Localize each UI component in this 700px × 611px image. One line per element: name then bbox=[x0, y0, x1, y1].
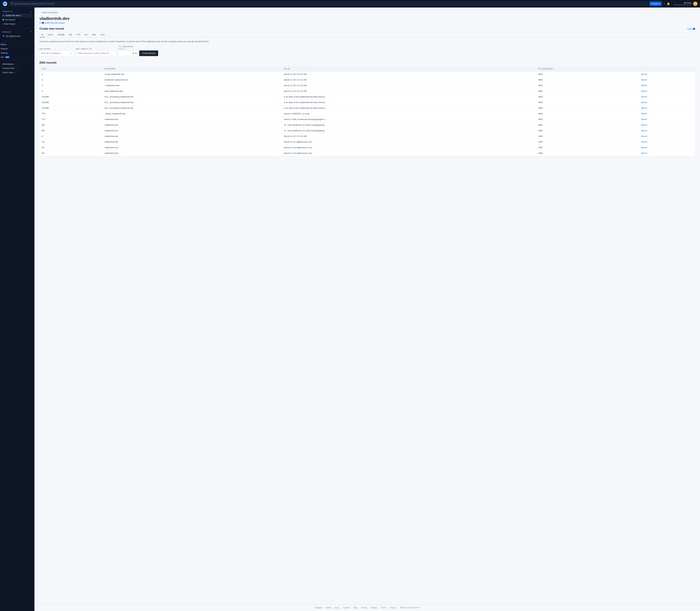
back-to-domains-link[interactable]: ← Back to Domains bbox=[40, 11, 695, 14]
ttl-select[interactable]: ▾ bbox=[131, 50, 137, 56]
more-button[interactable]: More ▾ bbox=[641, 101, 648, 104]
record-ttl: 1800 bbox=[536, 133, 639, 139]
tab-srv[interactable]: SRV bbox=[90, 32, 98, 38]
avatar[interactable]: VT bbox=[693, 2, 698, 6]
tab-txt[interactable]: TXT bbox=[74, 32, 83, 38]
more-button[interactable]: More ▾ bbox=[641, 113, 648, 115]
footer-link-terms[interactable]: Terms bbox=[381, 607, 386, 609]
sidebar-item-first-project[interactable]: first-project bbox=[2, 17, 32, 22]
create-record-button[interactable]: Create Record bbox=[139, 50, 158, 56]
search-placeholder: Search by resource name or public IP (Cm… bbox=[15, 3, 54, 5]
more-button[interactable]: More ▾ bbox=[641, 84, 648, 87]
create-button[interactable]: Create ▾ bbox=[650, 2, 661, 6]
new-project-button[interactable]: + New Project bbox=[2, 22, 32, 26]
record-hostname: fm1._domainkey.vladbortnik.dev bbox=[103, 105, 281, 111]
more-button[interactable]: More ▾ bbox=[641, 152, 648, 154]
record-hostname: *.vladbortnik.dev bbox=[103, 83, 281, 88]
tab-cname[interactable]: CNAME bbox=[55, 32, 67, 38]
sidebar-item-vladbortnik[interactable]: vladbortnik.dev-p... bbox=[2, 13, 32, 17]
sidebar-item-support[interactable]: Support bbox=[0, 46, 34, 51]
more-button[interactable]: More ▾ bbox=[641, 146, 648, 149]
footer-link-docs[interactable]: Docs bbox=[335, 607, 339, 609]
record-value: 20mail handled by in2-smtp.messagingenig… bbox=[281, 122, 536, 128]
record-value: is an alias of fm3.vladbortnik.dev.dkim.… bbox=[281, 94, 536, 100]
hostname-label: HOSTNAME bbox=[40, 48, 74, 50]
tab-a[interactable]: A bbox=[40, 32, 45, 38]
record-hostname: vladbortnik.dev bbox=[103, 145, 281, 150]
ttl-input[interactable]: 3600 bbox=[118, 50, 131, 56]
sidebar-item-settings[interactable]: Settings bbox=[0, 51, 34, 55]
col-hostname: Hostname bbox=[103, 66, 281, 72]
will-direct-input[interactable] bbox=[76, 50, 117, 56]
record-value: directs to 167.172.23.180 bbox=[281, 88, 536, 94]
footer-link-blog[interactable]: Blog bbox=[354, 607, 357, 609]
do-icon bbox=[2, 35, 5, 38]
more-button[interactable]: More ▾ bbox=[641, 73, 648, 75]
record-type: A bbox=[40, 88, 103, 94]
sidebar-projects-header[interactable]: PROJECTS ▴ bbox=[2, 10, 32, 13]
more-button[interactable]: More ▾ bbox=[641, 107, 648, 109]
ttl-input-group: 3600 ▾ bbox=[118, 50, 137, 56]
ttl-sub-label: Enter TTL bbox=[118, 48, 137, 50]
logo[interactable] bbox=[2, 1, 7, 6]
tab-ns[interactable]: NS bbox=[82, 32, 90, 38]
more-button[interactable]: More ▾ bbox=[641, 130, 648, 132]
footer-link-careers[interactable]: Careers bbox=[371, 607, 377, 609]
record-value: 10mail handled by in1-smtp.messagingengi… bbox=[281, 128, 536, 133]
svg-rect-3 bbox=[5, 5, 6, 6]
more-button[interactable]: More ▾ bbox=[641, 124, 648, 126]
footer-link-support[interactable]: Support bbox=[315, 607, 322, 609]
more-button[interactable]: More ▾ bbox=[641, 90, 648, 92]
record-actions: More ▾ bbox=[639, 128, 695, 133]
sidebar-item-product-docs[interactable]: Product Docs↗ bbox=[0, 66, 34, 70]
sidebar-item-api[interactable]: APINew bbox=[0, 55, 34, 59]
plus-icon: + bbox=[71, 52, 72, 54]
dns-records-table: Type Hostname Value TTL (seconds) A reci… bbox=[40, 66, 695, 156]
chevron-down-icon: ▾ bbox=[646, 118, 647, 120]
notification-icon[interactable]: 🔔 bbox=[667, 2, 670, 5]
col-value: Value bbox=[281, 66, 536, 72]
footer-link-pricing[interactable]: Pricing bbox=[361, 607, 367, 609]
record-ttl: 3600 bbox=[536, 122, 639, 128]
record-type: CNAME bbox=[40, 94, 103, 100]
record-hostname: vladbortnik.dev bbox=[103, 150, 281, 156]
more-button[interactable]: More ▾ bbox=[641, 141, 648, 143]
more-button[interactable]: More ▾ bbox=[641, 79, 648, 81]
search-bar[interactable]: Search by resource name or public IP (Cm… bbox=[10, 1, 648, 6]
tab-caa[interactable]: CAA bbox=[98, 32, 107, 38]
footer-link-refer-your-friends-for-$[interactable]: Refer your friends for $ bbox=[400, 607, 419, 609]
chevron-down-icon: ▾ bbox=[646, 101, 647, 104]
will-direct-field: WILL DIRECT TO bbox=[76, 48, 117, 56]
hostname-action-button[interactable]: + bbox=[69, 50, 74, 56]
more-button[interactable]: More ▾ bbox=[641, 118, 648, 120]
record-type: MX bbox=[40, 128, 103, 133]
help-icon[interactable]: ? bbox=[664, 2, 665, 5]
record-actions: More ▾ bbox=[639, 71, 695, 77]
chevron-down-icon: ▾ bbox=[646, 124, 647, 126]
more-button[interactable]: More ▾ bbox=[641, 135, 648, 137]
footer-link-tutorials[interactable]: Tutorials bbox=[343, 607, 350, 609]
record-hostname: vladbortnik.dev bbox=[103, 133, 281, 139]
col-type: Type bbox=[40, 66, 103, 72]
sidebar-manage-header[interactable]: MANAGE ▾ bbox=[2, 30, 32, 34]
project-label: first-project bbox=[5, 18, 15, 21]
project-dot bbox=[2, 15, 4, 16]
tab-aaaa[interactable]: AAAA bbox=[45, 32, 55, 38]
sidebar-item-billing[interactable]: Billing bbox=[0, 42, 34, 46]
record-type: NS bbox=[40, 139, 103, 145]
record-ttl: 1800 bbox=[536, 145, 639, 150]
chevron-down-icon: ▾ bbox=[646, 113, 647, 115]
svg-rect-8 bbox=[42, 22, 44, 24]
learn-link[interactable]: Learn ? bbox=[687, 28, 695, 30]
footer-link-privacy[interactable]: Privacy bbox=[390, 607, 396, 609]
create-record-title: Create new record bbox=[40, 27, 64, 30]
sidebar-item-marketplace[interactable]: Marketplace↗ bbox=[0, 62, 34, 66]
sidebar-item-whats-new[interactable]: What's New↗ bbox=[0, 70, 34, 75]
sidebar-item-by-digitalocean[interactable]: By DigitalOcean bbox=[2, 34, 32, 39]
tab-mx[interactable]: MX bbox=[67, 32, 74, 38]
more-button[interactable]: More ▾ bbox=[641, 95, 648, 98]
record-hostname: vladbortnik.dev bbox=[103, 122, 281, 128]
footer-link-status[interactable]: Status bbox=[325, 607, 331, 609]
hostname-input[interactable] bbox=[40, 50, 69, 56]
project-link[interactable]: vladbortnik.dev-project bbox=[42, 21, 65, 24]
